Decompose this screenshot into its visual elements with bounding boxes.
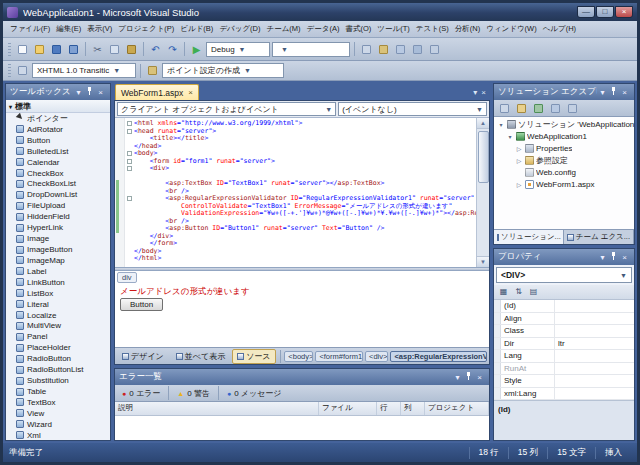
toolbox-item[interactable]: Panel [8, 331, 110, 342]
menu-item[interactable]: ツール(T) [374, 23, 412, 35]
design-button-control[interactable]: Button [120, 298, 163, 311]
undo-icon[interactable]: ↶ [148, 42, 163, 57]
collapse-box-icon[interactable] [127, 166, 132, 171]
cut-icon[interactable]: ✂ [90, 42, 105, 57]
toolbox-item[interactable]: HiddenField [8, 211, 110, 222]
property-value[interactable]: ltr [555, 338, 634, 350]
vertical-scrollbar[interactable]: ▲ ▼ [476, 118, 489, 267]
other-windows-icon[interactable] [427, 42, 442, 57]
object-dropdown[interactable]: クライアント オブジェクトおよびイベント ▼ [117, 102, 336, 116]
code-line[interactable]: </body> [125, 248, 476, 256]
menu-item[interactable]: 表示(V) [84, 23, 115, 35]
view-button-split[interactable]: 並べて表示 [171, 349, 230, 364]
toolbox-item[interactable]: ImageMap [8, 255, 110, 266]
toolbox-item[interactable]: RadioButton [8, 353, 110, 364]
properties-header[interactable]: プロパティ ▾ × [494, 249, 634, 265]
collapse-box-icon[interactable] [127, 159, 132, 164]
property-value[interactable] [555, 313, 634, 325]
collapse-box-icon[interactable] [127, 196, 132, 201]
toolbox-item[interactable]: Table [8, 386, 110, 397]
property-row[interactable]: Style [494, 375, 634, 388]
save-icon[interactable] [49, 42, 64, 57]
code-view[interactable]: <html xmlns="http://www.w3.org/1999/xhtm… [115, 118, 489, 267]
toolbox-item[interactable]: ポインター [8, 113, 110, 124]
column-header[interactable]: 行 [377, 402, 401, 415]
filter-messages[interactable]: ●0 メッセージ [224, 388, 285, 399]
debug-config-combo[interactable]: Debug ▼ [206, 42, 270, 57]
toolbar-grip[interactable] [8, 64, 11, 77]
code-line[interactable]: </html> [125, 255, 476, 263]
window-position-icon[interactable]: ▾ [452, 373, 463, 382]
toolbox-item[interactable]: ListBox [8, 288, 110, 299]
find-icon[interactable] [359, 42, 374, 57]
tree-item[interactable]: ▷Properties [494, 142, 634, 154]
alphabetical-sort-icon[interactable]: ⇅ [512, 286, 525, 298]
toolbox-item[interactable]: RadioButtonList [8, 364, 110, 375]
copy-icon[interactable] [107, 42, 122, 57]
tree-item[interactable]: ▷参照設定 [494, 154, 634, 166]
property-value[interactable] [555, 363, 634, 375]
code-lines[interactable]: <html xmlns="http://www.w3.org/1999/xhtm… [125, 118, 476, 267]
code-line[interactable]: <asp:Button ID="Button1" runat="server" … [125, 225, 476, 233]
paste-icon[interactable] [124, 42, 139, 57]
scrollbar-thumb[interactable] [478, 131, 489, 183]
column-header[interactable]: 列 [401, 402, 425, 415]
property-row[interactable]: xml:Lang [494, 388, 634, 401]
code-line[interactable]: </div> [125, 233, 476, 241]
property-value[interactable] [555, 325, 634, 337]
window-position-icon[interactable]: ▾ [597, 88, 608, 97]
document-tab-webform1[interactable]: WebForm1.aspx × [115, 84, 199, 100]
property-value[interactable] [555, 350, 634, 362]
selected-element-tag[interactable]: div [117, 272, 137, 283]
menu-item[interactable]: テスト(S) [413, 23, 452, 35]
code-line[interactable]: <div> [125, 165, 476, 173]
property-value[interactable] [555, 388, 634, 400]
collapse-arrow-icon[interactable]: ▾ [497, 121, 505, 128]
filter-errors[interactable]: ●0 エラー [119, 388, 163, 399]
menu-item[interactable]: ヘルプ(H) [540, 23, 579, 35]
column-header[interactable]: ファイル [319, 402, 377, 415]
toolbox-item[interactable]: TextBox [8, 397, 110, 408]
menu-item[interactable]: ファイル(F) [7, 23, 53, 35]
close-button[interactable]: × [615, 6, 633, 18]
toolbox-item[interactable]: View [8, 408, 110, 419]
collapse-box-icon[interactable] [127, 129, 132, 134]
refresh-icon[interactable] [531, 101, 546, 116]
validation-icon[interactable] [15, 63, 30, 78]
window-position-icon[interactable]: ▾ [597, 253, 608, 262]
toolbox-item[interactable]: ImageButton [8, 244, 110, 255]
tree-item[interactable]: ▷WebForm1.aspx [494, 178, 634, 190]
auto-hide-pin-icon[interactable] [84, 87, 95, 97]
solution-explorer-header[interactable]: ソリューション エクスプローラー ▾ × [494, 84, 634, 100]
design-view[interactable]: div メールアドレスの形式が違います Button [115, 271, 489, 347]
auto-hide-pin-icon[interactable] [463, 372, 474, 382]
properties-window-icon[interactable] [393, 42, 408, 57]
toolbox-item[interactable]: HyperLink [8, 222, 110, 233]
view-button-source[interactable]: ソース [232, 349, 275, 364]
toolbox-item[interactable]: BulletedList [8, 146, 110, 157]
toolbox-item[interactable]: Localize [8, 310, 110, 321]
tree-item[interactable]: ▾WebApplication1 [494, 130, 634, 142]
property-value[interactable] [555, 300, 634, 312]
property-row[interactable]: Class [494, 325, 634, 338]
scroll-up-icon[interactable]: ▲ [477, 118, 490, 129]
tag-path-item[interactable]: <form#form1> [315, 351, 363, 362]
close-icon[interactable]: × [619, 253, 630, 262]
toolbox-item[interactable]: CheckBoxList [8, 179, 110, 190]
property-row[interactable]: Lang [494, 350, 634, 363]
menu-item[interactable]: データ(A) [304, 23, 343, 35]
menu-item[interactable]: ビルド(B) [177, 23, 216, 35]
event-dropdown[interactable]: (イベントなし) ▼ [338, 102, 487, 116]
code-line[interactable]: <title></title> [125, 135, 476, 143]
save-all-icon[interactable] [66, 42, 81, 57]
error-list-header[interactable]: エラー一覧 ▾ × [115, 369, 489, 385]
window-position-icon[interactable]: ▾ [73, 88, 84, 97]
property-row[interactable]: RunAt [494, 363, 634, 376]
toolbox-item[interactable]: DropDownList [8, 189, 110, 200]
property-row[interactable]: Align [494, 313, 634, 326]
collapse-box-icon[interactable] [127, 121, 132, 126]
tab-close-icon[interactable]: × [188, 88, 193, 97]
menu-item[interactable]: ウィンドウ(W) [483, 23, 539, 35]
toolbox-header[interactable]: ツールボックス ▾ × [6, 84, 110, 100]
expand-arrow-icon[interactable]: ▷ [515, 145, 523, 152]
